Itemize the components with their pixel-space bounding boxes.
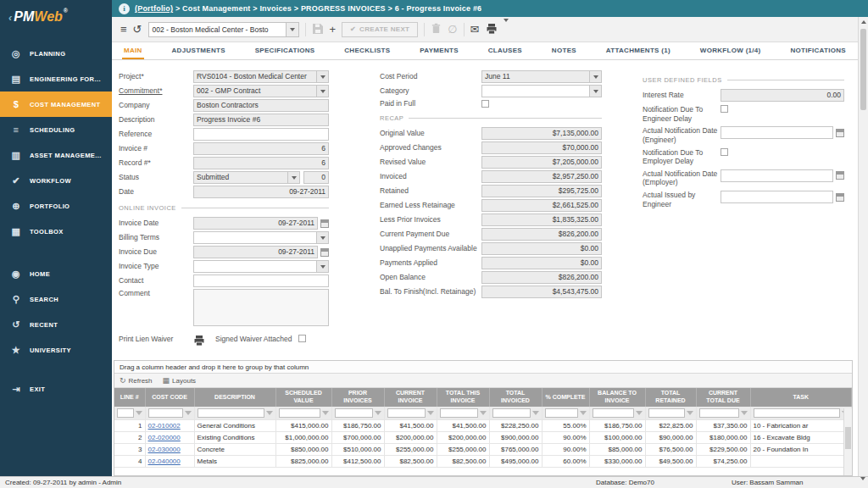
column-header-total-invoiced[interactable]: TOTAL INVOICED bbox=[489, 388, 542, 407]
tab-payments[interactable]: PAYMENTS bbox=[418, 42, 460, 59]
paid-in-full-checkbox[interactable] bbox=[481, 100, 489, 108]
column-header-description[interactable]: DESCRIPTION bbox=[194, 388, 275, 407]
grid-scrollbar-thumb[interactable] bbox=[845, 427, 851, 449]
scroll-up-icon[interactable] bbox=[859, 17, 868, 27]
grid-scrollbar[interactable] bbox=[843, 408, 852, 475]
chevron-down-icon[interactable] bbox=[590, 85, 602, 97]
filter-icon[interactable] bbox=[185, 411, 192, 415]
filter-icon[interactable] bbox=[687, 411, 693, 415]
cost-period-select[interactable]: June 11 bbox=[481, 70, 602, 83]
chevron-down-icon[interactable] bbox=[317, 231, 329, 244]
column-header-cost-code[interactable]: COST CODE bbox=[145, 388, 194, 407]
description-field[interactable]: Progress Invoice #6 bbox=[193, 114, 329, 126]
tab-notes[interactable]: NOTES bbox=[550, 42, 578, 59]
filter-icon[interactable] bbox=[480, 411, 487, 415]
sidebar-item-search[interactable]: ⚲SEARCH bbox=[0, 286, 112, 312]
signed-waiver-checkbox[interactable] bbox=[298, 335, 306, 342]
cost-code-link[interactable]: 02-010002 bbox=[148, 422, 181, 430]
actual-notification-engineer-field[interactable] bbox=[721, 126, 833, 139]
filter-icon[interactable] bbox=[636, 411, 643, 415]
column-header-percent-complete[interactable]: % COMPLETE bbox=[542, 388, 589, 407]
invoice-date-field[interactable]: 09-27-2011 bbox=[193, 217, 318, 230]
calendar-icon[interactable] bbox=[320, 219, 329, 228]
print-lien-waiver-button[interactable] bbox=[193, 335, 205, 350]
history-icon[interactable]: ↺ bbox=[133, 24, 142, 35]
breadcrumb-portfolio-link[interactable]: (Portfolio) bbox=[135, 4, 173, 13]
print-dropdown-arrow[interactable] bbox=[504, 22, 509, 37]
notification-engineer-checkbox[interactable] bbox=[721, 105, 728, 113]
calendar-icon[interactable] bbox=[320, 248, 329, 257]
invoice-due-field[interactable]: 09-27-2011 bbox=[193, 246, 318, 258]
tab-workflow[interactable]: WORKFLOW (1/4) bbox=[698, 42, 763, 59]
grid-filter-input[interactable] bbox=[387, 408, 426, 418]
table-row[interactable]: 3 02-030000 Concrete $850,000.00 $510,00… bbox=[114, 444, 852, 456]
cost-code-link[interactable]: 02-020000 bbox=[148, 434, 181, 441]
commitment-select[interactable]: 002 - GMP Contract bbox=[193, 85, 329, 97]
cost-code-link[interactable]: 02-040000 bbox=[148, 458, 181, 465]
invoice-type-select[interactable] bbox=[193, 260, 329, 273]
contact-field[interactable] bbox=[193, 274, 329, 287]
refresh-button[interactable]: ↻Refresh bbox=[120, 376, 153, 385]
sidebar-item-workflow[interactable]: ✔WORKFLOW bbox=[0, 168, 112, 193]
sidebar-item-home[interactable]: ◉HOME bbox=[0, 261, 112, 286]
info-icon[interactable]: i bbox=[119, 3, 130, 14]
column-header-task[interactable]: TASK bbox=[750, 388, 852, 407]
sidebar-item-engineering-forms[interactable]: ▤ENGINEERING FOR... bbox=[0, 66, 112, 92]
grid-filter-input[interactable] bbox=[754, 408, 841, 418]
filter-icon[interactable] bbox=[136, 411, 142, 415]
list-icon[interactable]: ≡ bbox=[120, 24, 127, 35]
sidebar-item-cost-management[interactable]: $COST MANAGEMENT bbox=[0, 92, 112, 117]
create-next-button[interactable]: ✔CREATE NEXT bbox=[342, 22, 418, 37]
chevron-down-icon[interactable] bbox=[288, 171, 300, 184]
sidebar-item-toolbox[interactable]: ▦TOOLBOX bbox=[0, 219, 112, 244]
table-row[interactable]: 2 02-020000 Existing Conditions $1,000,0… bbox=[114, 432, 852, 444]
scroll-down-icon[interactable] bbox=[860, 480, 865, 488]
tab-notifications[interactable]: NOTIFICATIONS bbox=[788, 42, 848, 59]
calendar-icon[interactable] bbox=[836, 193, 844, 202]
tab-checklists[interactable]: CHECKLISTS bbox=[342, 42, 392, 59]
reference-field[interactable] bbox=[193, 128, 329, 141]
page-scrollbar-thumb[interactable] bbox=[860, 29, 866, 110]
calendar-icon[interactable] bbox=[836, 171, 844, 180]
mail-icon[interactable]: ✉ bbox=[470, 24, 480, 35]
filter-icon[interactable] bbox=[266, 411, 273, 415]
category-select[interactable] bbox=[481, 85, 602, 97]
column-header-scheduled-value[interactable]: SCHEDULED VALUE bbox=[275, 388, 331, 407]
chevron-down-icon[interactable] bbox=[317, 70, 329, 83]
delete-icon[interactable] bbox=[431, 23, 442, 36]
sidebar-item-recent[interactable]: ↺RECENT bbox=[0, 312, 112, 337]
grid-filter-input[interactable] bbox=[335, 408, 373, 418]
add-icon[interactable]: + bbox=[330, 24, 337, 35]
grid-filter-input[interactable] bbox=[648, 408, 685, 418]
page-scrollbar[interactable] bbox=[858, 17, 868, 476]
chevron-down-icon[interactable] bbox=[590, 70, 602, 83]
tab-attachments[interactable]: ATTACHMENTS (1) bbox=[604, 42, 672, 59]
print-icon[interactable] bbox=[486, 23, 498, 36]
grid-filter-input[interactable] bbox=[593, 408, 634, 418]
project-select[interactable]: RVS0104 - Boston Medical Center bbox=[193, 70, 329, 83]
billing-terms-select[interactable] bbox=[193, 231, 329, 244]
chevron-down-icon[interactable] bbox=[317, 85, 329, 97]
company-field[interactable]: Boston Contractors bbox=[193, 99, 329, 112]
column-header-current-total-due[interactable]: CURRENT TOTAL DUE bbox=[696, 388, 750, 407]
grid-filter-input[interactable] bbox=[148, 408, 183, 418]
chevron-down-icon[interactable] bbox=[317, 260, 329, 273]
status-select[interactable]: Submitted0 bbox=[193, 171, 329, 184]
group-by-bar[interactable]: Drag a column header and drop it here to… bbox=[114, 361, 852, 374]
sidebar-item-university[interactable]: ★UNIVERSITY bbox=[0, 337, 112, 363]
grid-filter-input[interactable] bbox=[492, 408, 531, 418]
column-header-line[interactable]: LINE # bbox=[114, 388, 145, 407]
grid-filter-input[interactable] bbox=[545, 408, 578, 418]
calendar-icon[interactable] bbox=[836, 129, 844, 137]
cost-code-link[interactable]: 02-030000 bbox=[148, 446, 181, 453]
table-row[interactable]: 1 02-010002 General Conditions $415,000.… bbox=[114, 420, 852, 432]
grid-filter-input[interactable] bbox=[117, 408, 134, 418]
actual-notification-employer-field[interactable] bbox=[721, 169, 833, 182]
filter-icon[interactable] bbox=[375, 411, 381, 415]
column-header-balance-to-invoice[interactable]: BALANCE TO INVOICE bbox=[589, 388, 645, 407]
sidebar-item-planning[interactable]: ◎PLANNING bbox=[0, 41, 112, 66]
filter-icon[interactable] bbox=[322, 411, 329, 415]
column-header-total-retained[interactable]: TOTAL RETAINED bbox=[645, 388, 696, 407]
cancel-icon[interactable]: ∅ bbox=[448, 24, 457, 35]
filter-icon[interactable] bbox=[741, 411, 748, 415]
